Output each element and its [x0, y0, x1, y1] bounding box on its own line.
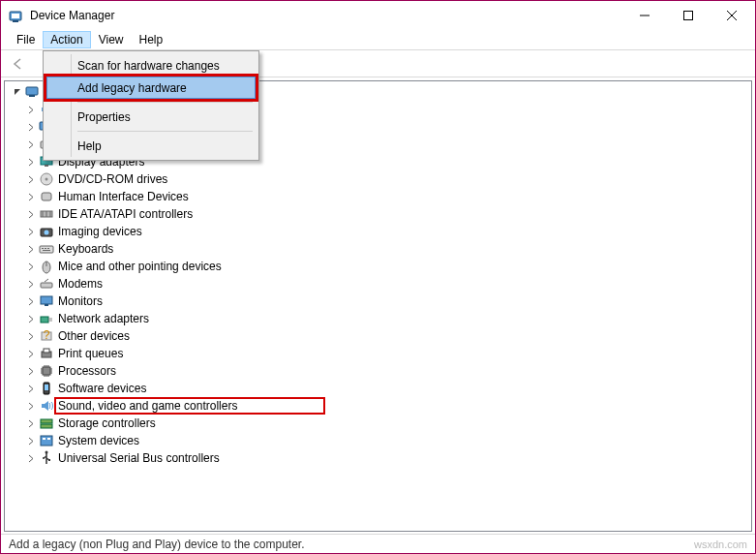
back-button[interactable]	[7, 52, 30, 76]
tree-item[interactable]: Imaging devices	[22, 223, 751, 240]
device-category-icon: ?	[38, 328, 55, 344]
svg-rect-34	[41, 317, 48, 323]
svg-point-48	[43, 457, 45, 459]
tree-item[interactable]: Software devices	[22, 380, 751, 397]
svg-rect-33	[45, 304, 48, 306]
expand-icon[interactable]	[24, 449, 38, 467]
window-title: Device Manager	[30, 9, 622, 22]
tree-item-label: Universal Serial Bus controllers	[55, 451, 223, 465]
expand-icon[interactable]	[24, 415, 38, 432]
tree-item[interactable]: Modems	[22, 275, 751, 292]
tree-item-label: Sound, video and game controllers	[55, 398, 324, 414]
svg-rect-38	[44, 349, 49, 353]
tree-item-label: Keyboards	[55, 242, 116, 256]
collapse-icon[interactable]	[11, 83, 24, 101]
expand-icon[interactable]	[24, 136, 38, 153]
device-category-icon	[38, 363, 55, 379]
tree-item[interactable]: IDE ATA/ATAPI controllers	[22, 205, 751, 223]
tree-item[interactable]: DVD/CD-ROM drives	[22, 170, 751, 188]
expand-icon[interactable]	[24, 362, 38, 380]
expand-icon[interactable]	[24, 205, 38, 223]
tree-item[interactable]: Human Interface Devices	[22, 188, 751, 205]
menu-add-legacy-hardware[interactable]: Add legacy hardware	[46, 77, 256, 99]
svg-text:?: ?	[44, 328, 50, 342]
device-category-icon	[38, 276, 55, 292]
device-category-icon	[38, 346, 55, 361]
device-category-icon	[38, 171, 55, 187]
tree-item[interactable]: Universal Serial Bus controllers	[22, 449, 751, 467]
action-dropdown: Scan for hardware changes Add legacy har…	[43, 50, 259, 161]
tree-item[interactable]: Processors	[22, 362, 751, 380]
tree-item-label: Modems	[55, 277, 106, 291]
tree-item[interactable]: Mice and other pointing devices	[22, 258, 751, 275]
expand-icon[interactable]	[24, 275, 38, 292]
tree-item-label: Monitors	[55, 294, 106, 308]
tree-item[interactable]: ?Other devices	[22, 327, 751, 345]
expand-icon[interactable]	[24, 240, 38, 258]
tree-item-label: Software devices	[55, 382, 149, 395]
svg-rect-7	[26, 87, 38, 95]
tree-item[interactable]: System devices	[22, 432, 751, 449]
tree-item[interactable]: Network adapters	[22, 310, 751, 327]
expand-icon[interactable]	[24, 327, 38, 345]
menu-help-item[interactable]: Help	[46, 135, 256, 157]
titlebar: Device Manager	[1, 1, 755, 30]
expand-icon[interactable]	[24, 153, 38, 170]
svg-rect-41	[45, 385, 48, 390]
expand-icon[interactable]	[24, 101, 38, 118]
svg-rect-28	[43, 250, 50, 251]
expand-icon[interactable]	[24, 345, 38, 362]
svg-rect-27	[47, 248, 49, 249]
expand-icon[interactable]	[24, 118, 38, 136]
svg-rect-1	[13, 20, 18, 22]
svg-rect-42	[41, 419, 52, 423]
expand-icon[interactable]	[24, 223, 38, 240]
svg-point-16	[45, 178, 48, 181]
tree-item-label: Print queues	[55, 347, 126, 360]
expand-icon[interactable]	[24, 380, 38, 397]
menu-scan-hardware[interactable]: Scan for hardware changes	[46, 54, 256, 77]
maximize-button[interactable]	[666, 2, 710, 30]
menu-item-label: Scan for hardware changes	[77, 59, 220, 73]
svg-rect-43	[41, 424, 52, 428]
svg-rect-4	[683, 12, 692, 20]
close-button[interactable]	[710, 2, 753, 30]
tree-item[interactable]: Keyboards	[22, 240, 751, 258]
menu-item-label: Add legacy hardware	[77, 81, 187, 95]
menu-action[interactable]: Action	[43, 31, 90, 48]
expand-icon[interactable]	[24, 170, 38, 188]
svg-rect-46	[47, 438, 50, 440]
device-category-icon	[38, 206, 55, 222]
tree-item-label: IDE ATA/ATAPI controllers	[55, 207, 196, 221]
tree-item-label: Human Interface Devices	[55, 190, 192, 203]
expand-icon[interactable]	[24, 258, 38, 275]
svg-rect-31	[41, 283, 52, 288]
expand-icon[interactable]	[24, 188, 38, 205]
svg-rect-32	[41, 296, 52, 304]
tree-item-label: Storage controllers	[55, 416, 159, 430]
svg-rect-2	[12, 14, 19, 18]
expand-icon[interactable]	[24, 432, 38, 449]
menu-separator	[77, 131, 253, 132]
menu-help[interactable]: Help	[132, 31, 171, 48]
menu-item-label: Help	[77, 139, 102, 153]
device-category-icon	[38, 259, 55, 274]
expand-icon[interactable]	[24, 292, 38, 310]
menu-properties[interactable]: Properties	[46, 106, 256, 128]
expand-icon[interactable]	[24, 397, 38, 415]
tree-item[interactable]: Storage controllers	[22, 415, 751, 432]
menu-file[interactable]: File	[9, 31, 43, 48]
tree-item-label: Mice and other pointing devices	[55, 260, 225, 273]
tree-item-label: Imaging devices	[55, 225, 145, 238]
tree-item[interactable]: Print queues	[22, 345, 751, 362]
minimize-button[interactable]	[622, 2, 666, 30]
device-category-icon	[38, 311, 55, 326]
tree-item[interactable]: Monitors	[22, 292, 751, 310]
status-bar: Add a legacy (non Plug and Play) device …	[1, 534, 755, 553]
device-category-icon	[38, 189, 55, 204]
tree-item[interactable]: Sound, video and game controllers	[22, 397, 751, 415]
menu-item-label: Properties	[77, 110, 131, 124]
expand-icon[interactable]	[24, 310, 38, 327]
menu-view[interactable]: View	[91, 31, 132, 48]
svg-point-47	[45, 451, 48, 454]
